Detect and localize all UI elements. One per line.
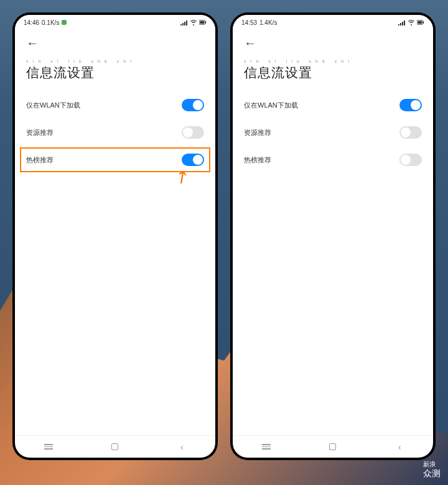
page-title: 信息流设置 [244, 64, 422, 81]
battery-icon [417, 19, 424, 25]
settings-list: 仅在WLAN下加载 资源推荐 热榜推荐 [233, 91, 433, 435]
settings-list: 仅在WLAN下加载 资源推荐 热榜推荐 [15, 91, 215, 435]
status-app-icon [62, 20, 67, 25]
nav-bar: ‹ [15, 435, 215, 458]
setting-wlan-only: 仅在WLAN下加载 [244, 91, 422, 119]
status-speed: 1.4K/s [259, 19, 277, 26]
toggle-hot-recommend[interactable] [182, 154, 204, 166]
svg-rect-4 [418, 21, 422, 24]
nav-back-button[interactable]: ‹ [394, 441, 405, 453]
status-bar: 14:46 0.1K/s [15, 15, 215, 30]
wifi-icon [190, 19, 197, 25]
toggle-wlan-only[interactable] [182, 99, 204, 111]
setting-label: 热榜推荐 [244, 155, 271, 165]
phone-right: 14:53 1.4K/s ← xìn xī liú shè zhì 信息流设置 … [230, 12, 436, 460]
nav-recent-button[interactable] [43, 441, 54, 453]
signal-icon [398, 19, 406, 25]
setting-label: 资源推荐 [244, 128, 271, 137]
back-button[interactable]: ← [244, 36, 256, 50]
wifi-icon [408, 19, 415, 25]
status-bar: 14:53 1.4K/s [233, 15, 433, 30]
battery-icon [199, 19, 207, 25]
setting-label: 仅在WLAN下加载 [244, 101, 298, 110]
setting-resource-recommend: 资源推荐 [244, 119, 422, 146]
phone-left: ↗ 14:46 0.1K/s ← xìn xī liú shè zhì [12, 12, 218, 460]
nav-back-button[interactable]: ‹ [176, 441, 187, 453]
setting-label: 仅在WLAN下加载 [26, 101, 80, 110]
watermark: 新浪 众测 [423, 461, 441, 479]
status-icons [180, 19, 207, 25]
setting-resource-recommend: 资源推荐 [26, 119, 204, 146]
nav-bar: ‹ [233, 435, 433, 458]
toggle-resource-recommend[interactable] [399, 126, 422, 139]
toggle-resource-recommend[interactable] [182, 126, 204, 139]
watermark-line1: 新浪 [423, 461, 441, 468]
title-section: xìn xī liú shè zhì 信息流设置 [15, 54, 215, 91]
phone-left-screen: 14:46 0.1K/s ← xìn xī liú shè zhì 信息流设置 [15, 15, 215, 458]
svg-rect-2 [205, 21, 206, 23]
header: ← [233, 30, 433, 54]
status-time: 14:46 [24, 19, 39, 26]
back-button[interactable]: ← [26, 36, 39, 50]
page-title: 信息流设置 [26, 64, 204, 81]
title-pinyin: xìn xī liú shè zhì [26, 59, 204, 63]
svg-rect-1 [200, 21, 204, 24]
title-pinyin: xìn xī liú shè zhì [244, 59, 422, 63]
setting-label: 热榜推荐 [26, 155, 54, 165]
nav-home-button[interactable] [327, 441, 338, 453]
toggle-hot-recommend[interactable] [399, 154, 422, 166]
status-time: 14:53 [241, 19, 257, 26]
nav-home-button[interactable] [110, 441, 121, 453]
toggle-wlan-only[interactable] [399, 99, 422, 111]
setting-wlan-only: 仅在WLAN下加载 [26, 91, 204, 119]
nav-recent-button[interactable] [261, 441, 272, 453]
signal-icon [180, 19, 188, 25]
status-speed: 0.1K/s [42, 19, 59, 26]
watermark-line2: 众测 [423, 468, 441, 479]
phones-container: ↗ 14:46 0.1K/s ← xìn xī liú shè zhì [0, 0, 448, 473]
title-section: xìn xī liú shè zhì 信息流设置 [233, 54, 433, 91]
header: ← [15, 30, 215, 54]
setting-hot-recommend: 热榜推荐 [244, 146, 422, 173]
phone-right-screen: 14:53 1.4K/s ← xìn xī liú shè zhì 信息流设置 … [233, 15, 433, 458]
status-icons [398, 19, 424, 25]
setting-label: 资源推荐 [26, 128, 54, 137]
svg-rect-5 [423, 21, 424, 23]
